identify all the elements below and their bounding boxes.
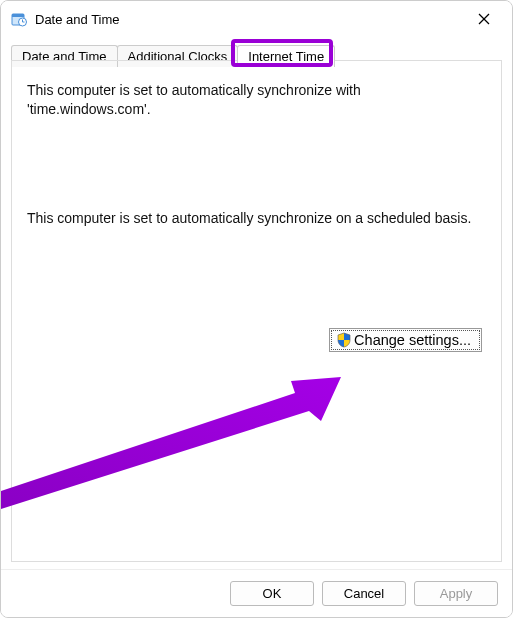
tab-internet-time[interactable]: Internet Time — [237, 45, 335, 67]
ok-button[interactable]: OK — [230, 581, 314, 606]
apply-button[interactable]: Apply — [414, 581, 498, 606]
date-time-icon — [11, 11, 27, 27]
dialog-footer: OK Cancel Apply — [1, 569, 512, 617]
close-button[interactable] — [464, 5, 504, 33]
tab-panel-internet-time: This computer is set to automatically sy… — [11, 61, 502, 562]
sync-server-text: This computer is set to automatically sy… — [27, 81, 486, 119]
button-label: OK — [263, 586, 282, 601]
button-label: Cancel — [344, 586, 384, 601]
change-settings-label: Change settings... — [354, 332, 471, 348]
sync-schedule-text: This computer is set to automatically sy… — [27, 209, 486, 228]
tab-label: Internet Time — [248, 49, 324, 64]
button-label: Apply — [440, 586, 473, 601]
titlebar: Date and Time — [1, 1, 512, 37]
svg-rect-1 — [12, 14, 24, 17]
cancel-button[interactable]: Cancel — [322, 581, 406, 606]
uac-shield-icon — [336, 332, 352, 348]
change-settings-button[interactable]: Change settings... — [329, 328, 482, 352]
window-title: Date and Time — [35, 12, 120, 27]
change-settings-row: Change settings... — [27, 328, 486, 352]
